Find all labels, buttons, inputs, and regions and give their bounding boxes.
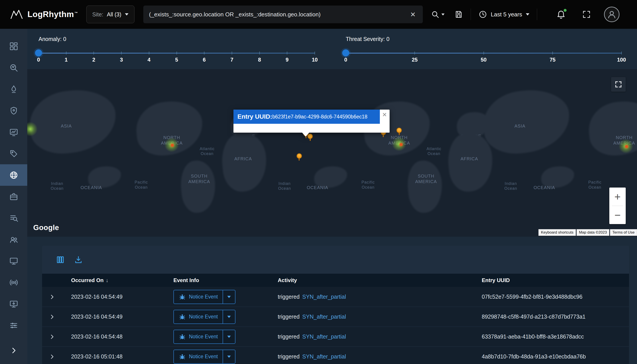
- slider-tick: [232, 52, 232, 54]
- sidebar-item-geomap[interactable]: [0, 164, 27, 186]
- zoom-out-button[interactable]: −: [609, 206, 626, 224]
- slider-tick-label: 6: [203, 57, 206, 63]
- analyze-icon: [9, 63, 19, 72]
- sidebar-item-cases[interactable]: [0, 186, 27, 207]
- threat-slider-handle[interactable]: [342, 49, 349, 56]
- sidebar-item-analyze[interactable]: [0, 57, 27, 78]
- threat-slider-track[interactable]: 0255075100: [346, 53, 621, 54]
- anomaly-slider: Anomaly: 0 012345678910: [39, 29, 315, 69]
- threat-severity-slider: Threat Severity: 0 0255075100: [346, 29, 621, 69]
- clear-search-icon[interactable]: ✕: [409, 11, 417, 18]
- anomaly-slider-handle[interactable]: [35, 49, 42, 56]
- sort-desc-icon[interactable]: ↓: [106, 277, 109, 284]
- time-range-value: Last 5 years: [491, 11, 522, 18]
- event-dropdown-button[interactable]: [223, 330, 235, 344]
- notice-event-button[interactable]: Notice Event: [174, 350, 223, 363]
- time-range-selector[interactable]: Last 5 years: [478, 10, 529, 19]
- sidebar-item-settings[interactable]: [0, 315, 27, 336]
- row-expand-button[interactable]: [49, 354, 55, 360]
- slider-tick-label: 75: [549, 57, 555, 63]
- slider-tick: [66, 52, 67, 54]
- activity-verb: triggered: [278, 314, 300, 320]
- table-row: 2023-02-16 04:54:49Notice Eventtriggered…: [42, 307, 629, 327]
- geo-map[interactable]: ASIAASIANORTH AMERICANORTH AMERICANORTH …: [27, 69, 637, 237]
- activity-rule-link[interactable]: SYN_after_partial: [302, 314, 346, 320]
- activity-cell: triggeredSYN_after_partial: [269, 334, 473, 340]
- map-zoom-control: + −: [609, 188, 626, 224]
- notice-event-button[interactable]: Notice Event: [174, 330, 223, 344]
- sidebar-item-alarms[interactable]: [0, 100, 27, 121]
- map-marker-pin[interactable]: [396, 128, 402, 135]
- download-icon[interactable]: [74, 255, 83, 264]
- google-logo[interactable]: Google: [33, 224, 59, 232]
- search-input[interactable]: (_exists_:source.geo.location OR _exists…: [143, 6, 423, 23]
- sidebar-item-reports[interactable]: [0, 121, 27, 143]
- continent-shape: [87, 165, 122, 189]
- infowindow-header: Entry UUID:b623f1e7-b9ac-4299-8dc6-74459…: [233, 110, 380, 124]
- keyboard-shortcuts-link[interactable]: Keyboard shortcuts: [538, 229, 576, 236]
- brand[interactable]: LogRhythm™: [9, 9, 78, 20]
- user-avatar[interactable]: [604, 7, 619, 22]
- slider-tick: [149, 52, 149, 54]
- activity-rule-link[interactable]: SYN_after_partial: [302, 334, 346, 340]
- search-mode-caret-icon[interactable]: [441, 14, 444, 16]
- sidebar-item-people[interactable]: [0, 229, 27, 250]
- activity-rule-link[interactable]: SYN_after_partial: [302, 294, 346, 300]
- activity-cell: triggeredSYN_after_partial: [269, 353, 473, 360]
- save-search-button[interactable]: [454, 10, 463, 19]
- sidebar-item-dashboard[interactable]: [0, 36, 27, 57]
- search-button[interactable]: [431, 10, 444, 19]
- event-info-button-group: Notice Event: [173, 310, 235, 324]
- map-fullscreen-button[interactable]: [611, 77, 626, 92]
- row-expand-button[interactable]: [49, 294, 55, 300]
- event-info-button-group: Notice Event: [173, 330, 235, 344]
- sidebar-item-deployment[interactable]: [0, 293, 27, 315]
- zoom-in-button[interactable]: +: [609, 188, 626, 206]
- notifications-button[interactable]: [556, 9, 566, 20]
- notice-event-button[interactable]: Notice Event: [174, 310, 223, 324]
- sidebar-item-endpoint[interactable]: [0, 250, 27, 272]
- bug-icon: [179, 353, 186, 360]
- slider-tick-label: 5: [175, 57, 178, 63]
- topbar-divider: [537, 9, 537, 20]
- continent-shape: [405, 159, 445, 214]
- chevron-down-icon: [227, 316, 231, 318]
- sidebar-item-threat[interactable]: [0, 78, 27, 100]
- event-dropdown-button[interactable]: [223, 350, 235, 363]
- fullscreen-toggle-button[interactable]: [582, 10, 591, 19]
- notice-event-label: Notice Event: [189, 334, 218, 340]
- event-dropdown-button[interactable]: [223, 290, 235, 304]
- event-dropdown-button[interactable]: [223, 310, 235, 324]
- notice-event-label: Notice Event: [189, 314, 218, 320]
- people-icon: [9, 235, 19, 244]
- columns-icon[interactable]: [56, 255, 65, 264]
- column-activity[interactable]: Activity: [269, 277, 473, 284]
- activity-rule-link[interactable]: SYN_after_partial: [302, 353, 346, 360]
- sidebar-item-searches[interactable]: [0, 207, 27, 229]
- row-expand-button[interactable]: [49, 334, 55, 340]
- sidebar-expand-button[interactable]: [0, 343, 27, 358]
- sidebar-item-tags[interactable]: [0, 143, 27, 164]
- map-marker-pin[interactable]: [296, 153, 302, 160]
- occurred-on-cell: 2023-02-16 04:54:49: [62, 294, 164, 300]
- map-marker-dot: [400, 143, 403, 146]
- site-selector[interactable]: Site: All (3): [86, 6, 135, 23]
- row-expand-button[interactable]: [49, 314, 55, 320]
- terms-of-use-link[interactable]: Terms of Use: [610, 229, 637, 236]
- sidebar-item-network[interactable]: [0, 272, 27, 293]
- column-event-info[interactable]: Event Info: [164, 277, 269, 284]
- notice-event-button[interactable]: Notice Event: [174, 290, 223, 304]
- infowindow-close-icon[interactable]: ✕: [382, 112, 387, 118]
- anomaly-slider-track[interactable]: 012345678910: [39, 53, 315, 54]
- map-fullscreen-icon: [614, 80, 622, 88]
- slider-tick: [621, 52, 622, 54]
- slider-tick-label: 7: [230, 57, 233, 63]
- notice-event-label: Notice Event: [189, 294, 218, 300]
- slider-tick: [259, 52, 260, 54]
- column-occurred-on[interactable]: Occurred On ↓: [62, 277, 164, 284]
- event-info-button-group: Notice Event: [173, 350, 235, 364]
- anomaly-label: Anomaly: 0: [39, 36, 66, 42]
- person-icon: [607, 9, 617, 20]
- map-label: Pacific Ocean: [135, 180, 148, 190]
- column-entry-uuid[interactable]: Entry UUID: [473, 277, 629, 284]
